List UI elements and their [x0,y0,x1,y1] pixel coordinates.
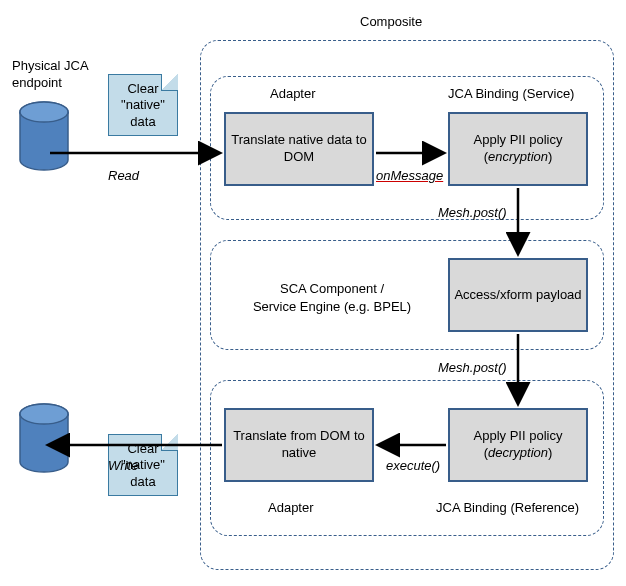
access-payload-text: Access/xform payload [454,287,581,304]
composite-title: Composite [360,14,422,29]
mesh-post-1-label: Mesh.post() [438,205,507,220]
jca-reference-label: JCA Binding (Reference) [436,500,579,515]
database-bottom-icon [16,402,72,476]
jca-service-label: JCA Binding (Service) [448,86,574,101]
apply-decrypt-text: Apply PII policy(decryption) [474,428,563,462]
adapter-top-label: Adapter [270,86,316,101]
svg-point-1 [20,102,68,122]
svg-point-3 [20,404,68,424]
read-label: Read [108,168,139,183]
translate-to-dom-box: Translate native data to DOM [224,112,374,186]
physical-endpoint-label: Physical JCAendpoint [12,58,102,92]
access-payload-box: Access/xform payload [448,258,588,332]
clear-native-data-top-text: Clear"native"data [121,81,165,129]
sca-label: SCA Component /Service Engine (e.g. BPEL… [242,280,422,315]
on-message-label: onMessage [376,168,443,183]
clear-native-data-top-note: Clear"native"data [108,74,178,136]
adapter-bottom-label: Adapter [268,500,314,515]
execute-label: execute() [386,458,440,473]
translate-to-native-text: Translate from DOM to native [230,428,368,462]
apply-decrypt-box: Apply PII policy(decryption) [448,408,588,482]
database-top-icon [16,100,72,174]
write-label: Write [108,458,138,473]
translate-to-dom-text: Translate native data to DOM [230,132,368,166]
mesh-post-2-label: Mesh.post() [438,360,507,375]
apply-encrypt-box: Apply PII policy(encryption) [448,112,588,186]
translate-to-native-box: Translate from DOM to native [224,408,374,482]
apply-encrypt-text: Apply PII policy(encryption) [474,132,563,166]
